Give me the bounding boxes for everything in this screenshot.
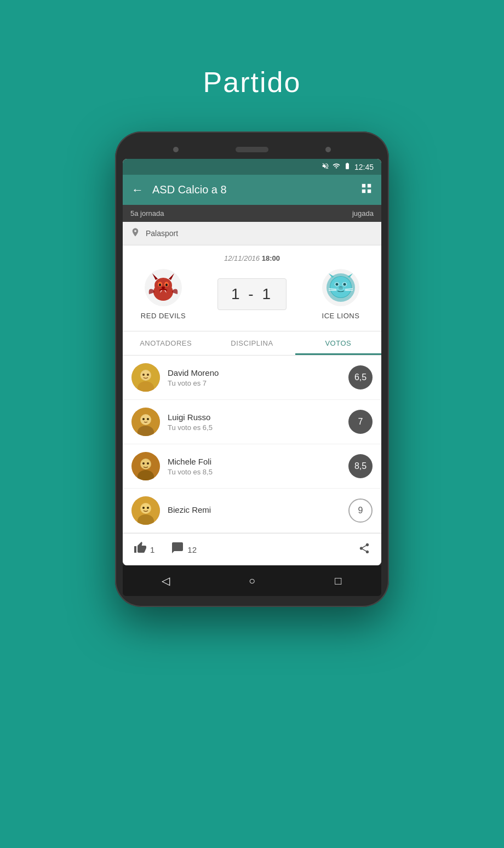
svg-point-43 [141, 503, 151, 513]
phone-top-decorations [123, 142, 381, 159]
back-button[interactable]: ← [131, 183, 144, 197]
nav-home-button[interactable]: ○ [241, 574, 263, 587]
vote-badge-4[interactable]: 9 [348, 499, 373, 523]
location-name: Palasport [146, 229, 178, 238]
svg-point-25 [141, 370, 151, 380]
player-avatar-3 [131, 452, 160, 480]
signal-icon [333, 162, 340, 171]
tab-votos[interactable]: VOTOS [295, 331, 381, 355]
svg-point-2 [154, 278, 172, 293]
grid-icon[interactable] [360, 182, 373, 197]
player-info-3: Michele Foli Tu voto es 8,5 [168, 457, 341, 476]
tab-disciplina[interactable]: DISCIPLINA [209, 331, 295, 355]
jornada-label: 5a jornada [130, 209, 164, 217]
phone-screen: 12:45 ← ASD Calcio a 8 5a jornada jugada [123, 159, 381, 565]
player-name-2: Luigi Russo [168, 412, 341, 422]
player-item: Luigi Russo Tu voto es 6,5 7 [123, 400, 381, 444]
thumbs-up-icon [134, 541, 147, 558]
svg-point-33 [147, 418, 149, 420]
nav-back-button[interactable]: ◁ [155, 574, 177, 587]
home-team: RED DEVILS [136, 268, 191, 320]
phone-sensor [325, 147, 331, 152]
away-team-logo [321, 268, 360, 307]
player-vote-text-2: Tu voto es 6,5 [168, 423, 341, 432]
svg-point-44 [142, 507, 145, 509]
share-icon[interactable] [358, 542, 370, 557]
svg-point-15 [343, 283, 346, 286]
svg-line-18 [329, 289, 336, 289]
app-bar-title: ASD Calcio a 8 [152, 184, 352, 196]
svg-point-5 [159, 284, 161, 287]
phone-speaker [236, 147, 268, 152]
svg-point-27 [147, 374, 149, 376]
vote-badge-1[interactable]: 6,5 [348, 365, 373, 389]
status-icons: 12:45 [322, 162, 374, 171]
status-label: jugada [352, 209, 374, 217]
player-info-4: Biezic Remi [168, 505, 341, 516]
svg-point-38 [142, 462, 145, 465]
player-vote-text-3: Tu voto es 8,5 [168, 468, 341, 476]
battery-icon [343, 162, 351, 171]
player-item: Biezic Remi 9 [123, 489, 381, 533]
tabs-bar: ANOTADORES DISCIPLINA VOTOS [123, 331, 381, 356]
comment-action[interactable]: 12 [171, 541, 197, 558]
app-bar: ← ASD Calcio a 8 [123, 175, 381, 205]
player-info-2: Luigi Russo Tu voto es 6,5 [168, 412, 341, 432]
player-avatar-4 [131, 496, 160, 525]
location-bar: Palasport [123, 222, 381, 245]
chat-icon [171, 541, 184, 558]
like-action[interactable]: 1 [134, 541, 154, 558]
phone-nav-bar: ◁ ○ □ [123, 565, 381, 596]
home-team-logo [144, 268, 183, 307]
location-icon [130, 227, 140, 239]
player-avatar-2 [131, 408, 160, 436]
status-time: 12:45 [354, 163, 374, 171]
player-item: Michele Foli Tu voto es 8,5 8,5 [123, 444, 381, 489]
away-team: ICE LIONS [313, 268, 368, 320]
player-name-3: Michele Foli [168, 457, 341, 466]
page-title: Partido [203, 66, 301, 99]
player-item: David Moreno Tu voto es 7 6,5 [123, 356, 381, 400]
bottom-action-bar: 1 12 [123, 533, 381, 565]
player-name-1: David Moreno [168, 368, 341, 377]
svg-point-14 [336, 283, 339, 286]
tab-anotadores[interactable]: ANOTADORES [123, 331, 209, 355]
vote-badge-2[interactable]: 7 [348, 410, 373, 434]
svg-point-6 [165, 284, 168, 287]
player-avatar-1 [131, 363, 160, 392]
svg-point-26 [142, 374, 145, 376]
svg-point-32 [142, 418, 145, 420]
match-row: RED DEVILS 1 - 1 [130, 268, 374, 320]
like-count: 1 [150, 545, 154, 554]
nav-recents-button[interactable]: □ [327, 574, 349, 587]
home-team-name: RED DEVILS [141, 312, 186, 320]
svg-line-20 [345, 289, 353, 289]
match-date: 12/11/2016 18:00 [130, 254, 374, 262]
away-team-name: ICE LIONS [322, 312, 360, 320]
vote-badge-3[interactable]: 8,5 [348, 454, 373, 478]
match-section: 12/11/2016 18:00 [123, 245, 381, 331]
sub-bar: 5a jornada jugada [123, 205, 381, 222]
status-bar: 12:45 [123, 159, 381, 175]
svg-point-39 [147, 462, 149, 465]
svg-point-7 [162, 287, 165, 289]
player-vote-text-1: Tu voto es 7 [168, 379, 341, 387]
phone-shell: 12:45 ← ASD Calcio a 8 5a jornada jugada [115, 131, 389, 607]
comment-count: 12 [187, 545, 197, 554]
phone-camera [173, 147, 179, 152]
svg-point-31 [141, 415, 151, 425]
player-list: David Moreno Tu voto es 7 6,5 [123, 356, 381, 533]
player-info-1: David Moreno Tu voto es 7 [168, 368, 341, 387]
player-name-4: Biezic Remi [168, 505, 341, 514]
mute-icon [322, 162, 329, 171]
score-box: 1 - 1 [217, 278, 287, 310]
svg-point-45 [147, 507, 149, 509]
